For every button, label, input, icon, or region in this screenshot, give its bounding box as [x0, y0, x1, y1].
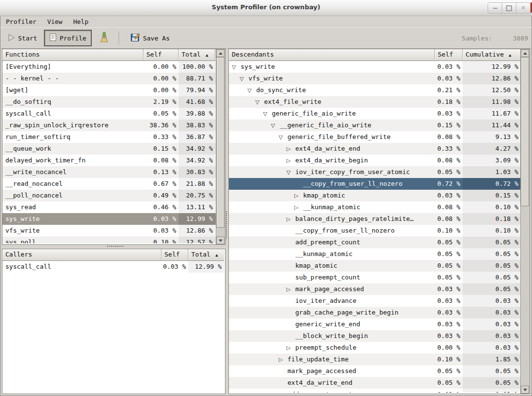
self-value: 0.05 % [435, 248, 463, 260]
minimize-icon [493, 8, 497, 9]
cumulative-value: 3.09 % [463, 155, 521, 166]
tree-row[interactable]: mark_page_accessed0.05 %0.05 % [229, 365, 521, 377]
functions-column-header[interactable]: Functions [2, 49, 143, 61]
table-row[interactable]: sys_read0.46 %13.11 % [2, 201, 216, 213]
scroll-down-arrow[interactable] [521, 386, 529, 394]
expander-open-icon[interactable]: ▽ [255, 97, 264, 108]
tree-row[interactable]: generic_write_end0.03 %0.03 % [229, 318, 521, 330]
expander-closed-icon[interactable]: ▷ [286, 214, 295, 225]
expander-closed-icon[interactable]: ▷ [286, 143, 295, 155]
table-row[interactable]: sys_poll0.10 %12.57 % [2, 237, 216, 243]
tree-row[interactable]: sub_preempt_count0.05 %0.05 % [229, 272, 521, 283]
expander-open-icon[interactable]: ▽ [263, 108, 272, 119]
cumulative-value: 0.10 % [463, 201, 521, 213]
self-column-header[interactable]: Self [143, 49, 179, 61]
table-row[interactable]: __read_nocancel0.67 %21.88 % [2, 178, 216, 190]
table-row[interactable]: syscall_call0.03 %12.99 % [2, 261, 225, 273]
tree-row[interactable]: __copy_from_user_ll_nozero0.72 %0.72 % [229, 178, 521, 190]
tree-row[interactable]: __copy_from_user_ll_nozero0.10 %0.10 % [229, 225, 521, 237]
function-name: generic_file_aio_write [272, 110, 356, 117]
vertical-splitter-grip[interactable] [225, 211, 228, 239]
table-row[interactable]: delayed_work_timer_fn0.08 %34.92 % [2, 155, 216, 166]
start-button[interactable]: Start [3, 31, 41, 45]
callers-column-header[interactable]: Callers [2, 249, 162, 261]
expander-closed-icon[interactable]: ▷ [294, 202, 303, 213]
tree-row[interactable]: ▷ext4_da_write_begin0.08 %3.09 % [229, 155, 521, 166]
expander-closed-icon[interactable]: ▷ [294, 190, 303, 201]
tree-row[interactable]: grab_cache_page_write_begin0.03 %0.03 % [229, 307, 521, 318]
tree-row[interactable]: ▷mark_page_accessed0.03 %0.05 % [229, 283, 521, 295]
total-value: 12.99 % [179, 213, 215, 225]
functions-scrollbar[interactable] [216, 49, 225, 244]
total-column-header[interactable]: Total▲ [188, 249, 224, 261]
save-as-button[interactable]: Save As [126, 30, 174, 46]
table-row[interactable]: __queue_work0.15 %34.92 % [2, 143, 216, 155]
tree-row[interactable]: ▷__kunmap_atomic0.08 %0.10 % [229, 201, 521, 213]
expander-open-icon[interactable]: ▽ [271, 120, 280, 131]
tree-row[interactable]: add_preempt_count0.05 %0.05 % [229, 237, 521, 248]
expander-open-icon[interactable]: ▽ [247, 85, 256, 96]
tree-row[interactable]: ▽sys_write0.03 %12.99 % [229, 61, 521, 73]
self-column-header[interactable]: Self [162, 249, 188, 261]
expander-closed-icon[interactable]: ▷ [279, 354, 287, 365]
menu-view[interactable]: View [42, 17, 67, 27]
total-column-header[interactable]: Total▲ [179, 49, 215, 61]
cumulative-column-header[interactable]: Cumulative▲ [463, 49, 521, 61]
table-row[interactable]: [Everything]0.00 %100.00 % [2, 61, 216, 73]
scroll-up-arrow[interactable] [216, 49, 225, 57]
table-row[interactable]: sys_write0.03 %12.99 % [2, 213, 216, 225]
menu-help[interactable]: Help [68, 17, 93, 27]
minimize-button[interactable] [488, 2, 502, 14]
expander-closed-icon[interactable]: ▷ [286, 284, 295, 295]
table-row[interactable]: vfs_write0.03 %12.86 % [2, 225, 216, 237]
expander-closed-icon[interactable]: ▷ [286, 342, 295, 354]
table-row[interactable]: __do_softirq2.19 %41.68 % [2, 96, 216, 108]
tree-row[interactable]: ▷file_update_time0.10 %1.85 % [229, 354, 521, 365]
profile-toggle-button[interactable]: Profile [44, 30, 91, 46]
tree-row[interactable]: ▽generic_file_buffered_write0.08 %9.13 % [229, 131, 521, 143]
tree-row[interactable]: ▽generic_file_aio_write0.03 %11.67 % [229, 108, 521, 119]
tree-row[interactable]: ext4_da_write_end0.05 %0.05 % [229, 377, 521, 389]
tree-row[interactable]: __block_write_begin0.03 %0.03 % [229, 330, 521, 342]
tree-row[interactable]: ▽do_sync_write0.21 %12.50 % [229, 84, 521, 96]
table-row[interactable]: _raw_spin_unlock_irqrestore38.36 %38.83 … [2, 119, 216, 131]
expander-open-icon[interactable]: ▽ [232, 61, 241, 73]
table-row[interactable]: - - kernel - -0.00 %88.71 % [2, 73, 216, 84]
tree-row[interactable]: ▷kmap_atomic0.03 %0.15 % [229, 190, 521, 201]
reset-button[interactable] [94, 29, 114, 47]
scrollbar-thumb[interactable] [521, 57, 529, 206]
tree-row[interactable]: __kunmap_atomic0.05 %0.05 % [229, 248, 521, 260]
tree-row[interactable]: ▷preempt_schedule0.00 %0.03 % [229, 342, 521, 354]
table-row[interactable]: run_timer_softirq0.33 %36.87 % [2, 131, 216, 143]
tree-row[interactable]: ▽vfs_write0.03 %12.86 % [229, 73, 521, 84]
tree-row[interactable]: ▽__generic_file_aio_write0.15 %11.44 % [229, 119, 521, 131]
scroll-up-arrow[interactable] [521, 49, 529, 57]
expander-closed-icon[interactable]: ▷ [286, 155, 295, 166]
self-value: 0.05 % [435, 377, 463, 389]
table-row[interactable]: syscall_call0.05 %39.88 % [2, 108, 216, 119]
tree-row[interactable]: ▷ext4_da_write_end0.33 %4.27 % [229, 143, 521, 155]
tree-row[interactable]: ▽iov_iter_copy_from_user_atomic0.05 %1.0… [229, 166, 521, 178]
tree-row[interactable]: ▽ext4_file_write0.18 %11.98 % [229, 96, 521, 108]
maximize-button[interactable] [502, 2, 516, 14]
tree-row[interactable]: iov_iter_advance0.03 %0.03 % [229, 295, 521, 307]
expander-open-icon[interactable]: ▽ [286, 167, 295, 178]
tree-row[interactable]: kmap_atomic0.05 %0.05 % [229, 260, 521, 272]
self-value: 0.05 % [435, 272, 463, 283]
scrollbar-thumb[interactable] [216, 57, 225, 228]
tree-row[interactable]: ▷balance_dirty_pages_ratelimite…0.08 %0.… [229, 213, 521, 225]
expander-open-icon[interactable]: ▽ [279, 132, 287, 143]
table-row[interactable]: __poll_nocancel0.49 %20.75 % [2, 190, 216, 201]
horizontal-splitter-grip[interactable] [106, 245, 124, 248]
table-row[interactable]: __write_nocancel0.13 %30.83 % [2, 166, 216, 178]
tree-row[interactable]: add_preempt_count0.03 %0.03 % [229, 389, 521, 393]
table-row[interactable]: [wget]0.00 %79.94 % [2, 84, 216, 96]
descendants-scrollbar[interactable] [520, 49, 530, 394]
descendants-column-header[interactable]: Descendants [229, 49, 435, 61]
titlebar[interactable]: System Profiler (on crownbay) ✕ [0, 0, 532, 16]
self-column-header[interactable]: Self [435, 49, 463, 61]
expander-open-icon[interactable]: ▽ [240, 73, 248, 84]
scroll-down-arrow[interactable] [216, 237, 225, 244]
close-button[interactable]: ✕ [516, 2, 531, 14]
menu-profiler[interactable]: Profiler [1, 17, 41, 27]
